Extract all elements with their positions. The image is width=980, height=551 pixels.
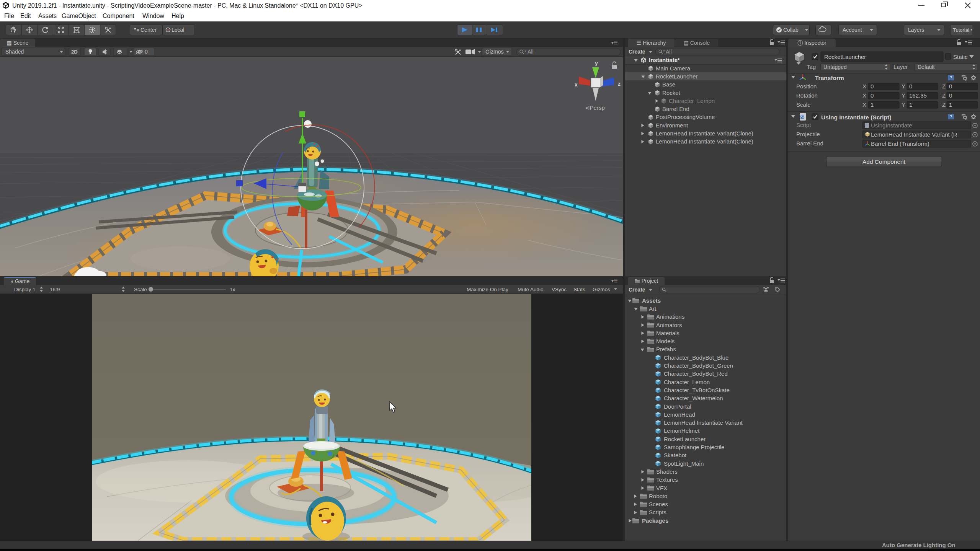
svg-text:LemonHead: LemonHead <box>664 411 695 418</box>
svg-text:Transform: Transform <box>815 75 844 81</box>
svg-text:LemonHelmet: LemonHelmet <box>664 427 700 434</box>
svg-text:x: x <box>575 82 578 88</box>
svg-text:Script: Script <box>796 122 811 128</box>
svg-text:Base: Base <box>662 81 675 88</box>
svg-text:0: 0 <box>949 83 952 90</box>
svg-text:Stats: Stats <box>573 287 585 292</box>
svg-text:Local: Local <box>172 27 184 33</box>
svg-text:PostProcessingVolume: PostProcessingVolume <box>656 114 715 120</box>
svg-text:Prefabs: Prefabs <box>656 346 676 352</box>
svg-text:Animations: Animations <box>656 313 684 320</box>
svg-text:LemonHead Instantiate Variant: LemonHead Instantiate Variant <box>664 419 743 426</box>
svg-text:Y: Y <box>902 101 905 108</box>
svg-text:Character_Watermelon: Character_Watermelon <box>664 395 723 401</box>
svg-text:Character_Lemon: Character_Lemon <box>669 98 715 104</box>
svg-text:Environment: Environment <box>656 122 688 129</box>
svg-text:Scenes: Scenes <box>649 501 668 507</box>
svg-text:Shaders: Shaders <box>656 468 678 475</box>
svg-text:Tag: Tag <box>807 64 816 70</box>
svg-text:1x: 1x <box>230 287 235 292</box>
svg-text:1: 1 <box>949 101 952 108</box>
svg-text:Barrel End: Barrel End <box>662 106 689 112</box>
svg-text:z: z <box>618 81 621 87</box>
svg-text:Maximize On Play: Maximize On Play <box>467 287 508 292</box>
svg-text:2D: 2D <box>71 49 78 55</box>
svg-text:LemonHead Instantiate Variant: LemonHead Instantiate Variant (R <box>871 131 957 138</box>
svg-text:Packages: Packages <box>642 517 668 524</box>
svg-text:Scale: Scale <box>796 101 811 108</box>
svg-text:162.35: 162.35 <box>909 92 927 99</box>
svg-text:SpotLight_Main: SpotLight_Main <box>664 460 704 467</box>
svg-text:16:9: 16:9 <box>50 287 60 292</box>
svg-text:Using Instantiate (Script): Using Instantiate (Script) <box>821 114 891 121</box>
svg-text:Mute Audio: Mute Audio <box>518 287 544 292</box>
svg-text:Create: Create <box>629 287 645 293</box>
svg-text:Z: Z <box>942 83 946 90</box>
svg-text:Character_TvBotOnSkate: Character_TvBotOnSkate <box>664 387 730 393</box>
svg-text:0: 0 <box>145 49 148 55</box>
svg-text:Default: Default <box>918 64 934 70</box>
svg-text:Account: Account <box>843 27 862 33</box>
svg-text:Animators: Animators <box>656 322 682 328</box>
svg-text:Y: Y <box>902 92 905 99</box>
svg-text:Models: Models <box>656 338 675 344</box>
svg-text:X: X <box>862 83 866 90</box>
svg-text:Static: Static <box>953 54 968 60</box>
svg-text:Barrel End (Transform): Barrel End (Transform) <box>871 140 929 147</box>
svg-text:Z: Z <box>942 92 946 99</box>
svg-text:Character_Lemon: Character_Lemon <box>664 379 710 385</box>
svg-text:Roboto: Roboto <box>649 493 667 499</box>
svg-text:Y: Y <box>902 83 905 90</box>
svg-text:X: X <box>862 92 866 99</box>
svg-text:X: X <box>862 101 866 108</box>
svg-text:Skatebot: Skatebot <box>664 452 687 458</box>
svg-text:VSync: VSync <box>552 287 567 292</box>
svg-text:RocketLauncher: RocketLauncher <box>656 73 697 80</box>
svg-text:⊲Persp: ⊲Persp <box>585 104 605 111</box>
svg-text:Z: Z <box>942 101 946 108</box>
svg-text:Rotation: Rotation <box>796 92 818 99</box>
svg-text:0: 0 <box>909 83 912 90</box>
svg-text:Layer: Layer <box>893 64 908 70</box>
svg-text:Scripts: Scripts <box>649 509 666 515</box>
svg-text:Main Camera: Main Camera <box>656 65 691 72</box>
svg-text:All: All <box>666 49 672 55</box>
svg-text:Materials: Materials <box>656 330 679 336</box>
svg-text:Textures: Textures <box>656 476 678 483</box>
svg-text:C#: C# <box>800 116 804 119</box>
svg-text:Barrel End: Barrel End <box>796 140 823 147</box>
svg-text:Tutorial: Tutorial <box>953 27 969 33</box>
svg-text:y: y <box>595 60 598 66</box>
svg-text:DoorPortal: DoorPortal <box>664 403 691 410</box>
svg-text:RocketLauncher: RocketLauncher <box>664 436 706 442</box>
svg-text:1: 1 <box>871 101 874 108</box>
svg-text:Character_BodyBot_Red: Character_BodyBot_Red <box>664 370 728 377</box>
svg-text:LemonHead Instantiate Variant(: LemonHead Instantiate Variant(Clone) <box>656 130 753 137</box>
svg-text:Collab: Collab <box>783 27 799 33</box>
svg-text:Create: Create <box>629 49 645 55</box>
svg-text:Projectile: Projectile <box>796 131 820 137</box>
svg-text:RocketLauncher: RocketLauncher <box>824 54 866 60</box>
svg-text:Layers: Layers <box>908 27 924 33</box>
svg-text:Character_BodyBot_Green: Character_BodyBot_Green <box>664 362 733 369</box>
svg-text:Scale: Scale <box>134 287 147 292</box>
svg-text:All: All <box>528 49 534 55</box>
svg-text:Gizmos: Gizmos <box>593 287 610 292</box>
svg-text:1: 1 <box>909 101 912 108</box>
svg-text:Gizmos: Gizmos <box>485 49 503 55</box>
svg-text:Character_BodyBot_Blue: Character_BodyBot_Blue <box>664 354 728 361</box>
svg-text:LemonHead Instantiate Variant(: LemonHead Instantiate Variant(Clone) <box>656 138 753 145</box>
svg-text:0: 0 <box>871 83 874 90</box>
svg-text:0: 0 <box>871 92 874 99</box>
svg-text:Instantiate*: Instantiate* <box>649 57 680 63</box>
svg-text:Rocket: Rocket <box>662 90 681 96</box>
svg-text:Shaded: Shaded <box>5 49 24 55</box>
svg-text:Display 1: Display 1 <box>14 287 36 292</box>
svg-text:Art: Art <box>649 305 657 312</box>
svg-text:Samophlange Projectile: Samophlange Projectile <box>664 444 724 450</box>
svg-text:VFX: VFX <box>656 485 667 491</box>
svg-text:UsingInstantiate: UsingInstantiate <box>871 122 912 129</box>
svg-text:Position: Position <box>796 83 817 90</box>
svg-text:0: 0 <box>949 92 952 99</box>
svg-text:Add Component: Add Component <box>862 158 906 165</box>
